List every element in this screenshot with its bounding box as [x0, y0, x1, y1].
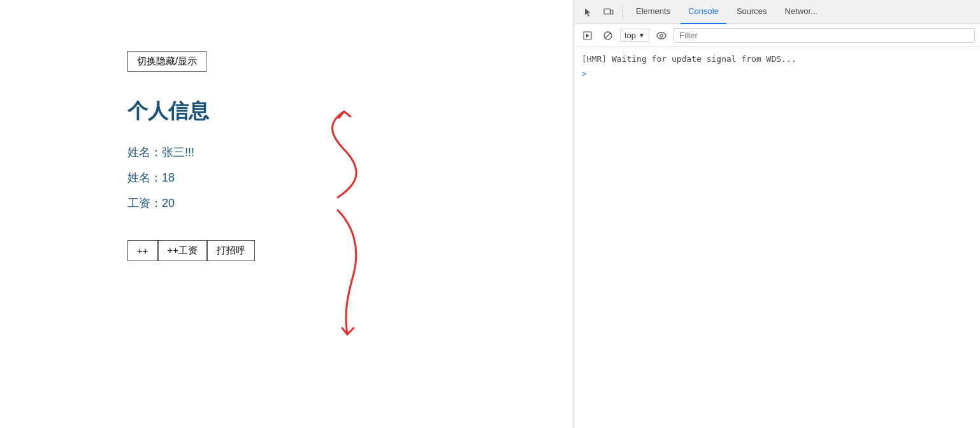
console-prompt-arrow[interactable]: > [582, 69, 587, 78]
svg-point-7 [660, 34, 663, 36]
annotation-arrow [0, 0, 573, 428]
context-selector[interactable]: top ▼ [620, 29, 649, 42]
age-label: 姓名： [127, 171, 162, 184]
svg-marker-3 [586, 34, 589, 38]
svg-line-5 [605, 33, 610, 38]
responsive-icon[interactable] [600, 3, 617, 21]
age-line: 姓名：18 [127, 170, 175, 185]
console-output: [HMR] Waiting for update signal from WDS… [574, 47, 980, 428]
eye-icon[interactable] [653, 27, 670, 44]
devtools-panel: Elements Console Sources Networ... [573, 0, 980, 428]
salary-value: 20 [162, 197, 175, 210]
devtools-tabs-bar: Elements Console Sources Networ... [574, 0, 980, 24]
svg-rect-0 [604, 9, 610, 14]
increment-button[interactable]: ++ [127, 240, 158, 261]
clear-icon[interactable] [600, 27, 616, 44]
salary-line: 工资：20 [127, 196, 175, 211]
filter-input[interactable] [674, 28, 975, 43]
console-log-hmr: [HMR] Waiting for update signal from WDS… [574, 52, 980, 66]
hmr-message: [HMR] Waiting for update signal from WDS… [582, 54, 796, 64]
bottom-buttons: ++ ++工资 打招呼 [127, 240, 255, 261]
tab-network[interactable]: Networ... [777, 0, 825, 24]
cursor-icon[interactable] [579, 3, 597, 21]
svg-rect-1 [610, 10, 613, 14]
tab-separator [623, 6, 623, 18]
salary-label: 工资： [127, 197, 162, 210]
greet-button[interactable]: 打招呼 [207, 240, 255, 261]
name-value: 张三!!! [162, 146, 194, 159]
main-page-content: 切换隐藏/显示 个人信息 姓名：张三!!! 姓名：18 工资：20 ++ ++工… [0, 0, 573, 428]
name-line: 姓名：张三!!! [127, 145, 194, 160]
tab-console[interactable]: Console [681, 0, 726, 24]
salary-increment-button[interactable]: ++工资 [158, 240, 208, 261]
tab-elements[interactable]: Elements [628, 0, 678, 24]
run-icon[interactable] [579, 27, 596, 44]
age-value: 18 [162, 171, 175, 184]
section-title: 个人信息 [127, 97, 209, 125]
console-toolbar: top ▼ [574, 24, 980, 47]
tab-sources[interactable]: Sources [729, 0, 775, 24]
toggle-button[interactable]: 切换隐藏/显示 [127, 51, 206, 72]
context-label: top [624, 31, 636, 40]
svg-point-6 [657, 32, 666, 39]
chevron-down-icon: ▼ [638, 32, 645, 39]
console-prompt-line[interactable]: > [574, 66, 980, 80]
name-label: 姓名： [127, 146, 162, 159]
